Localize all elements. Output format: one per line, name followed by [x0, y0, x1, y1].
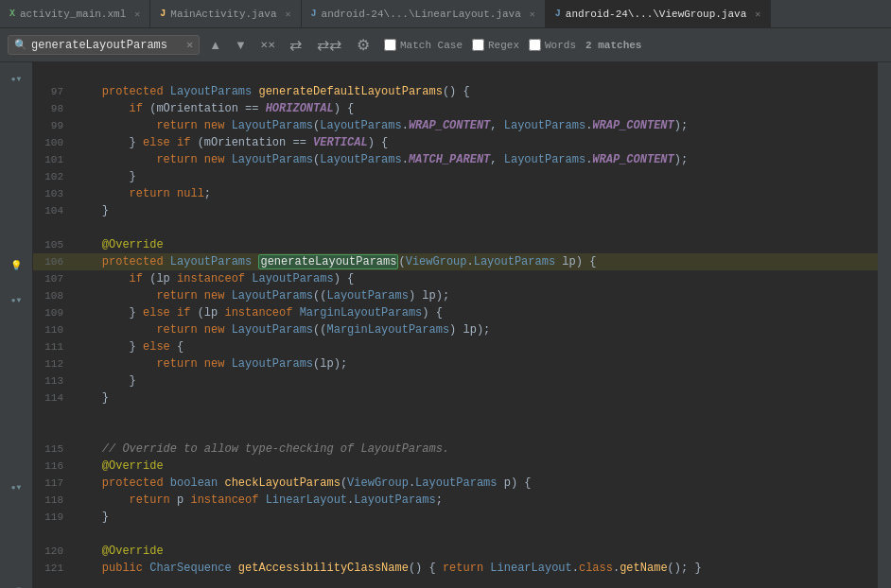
match-case-label: Match Case [400, 40, 463, 51]
main-area: ● ▼ 💡 ● ▼ ● ▼ ● ▼ [0, 62, 891, 588]
tab-linearlayout[interactable]: J android-24\...\LinearLayout.java ✕ [302, 0, 546, 27]
tab-label-activity-main: activity_main.xml [20, 9, 126, 20]
code-line-98: 98 if (mOrientation == HORIZONTAL) { [33, 100, 878, 117]
code-line-102: 102 } [33, 168, 878, 185]
search-bar: 🔍 ✕ ▲ ▼ ✕✕ ⇄ ⇄⇄ ⚙ Match Case Regex Words… [0, 28, 891, 62]
code-line-115: 115 // Override to allow type-checking o… [33, 441, 878, 458]
tab-close-viewgroup[interactable]: ✕ [755, 9, 760, 20]
close-search-button[interactable]: ✕✕ [256, 38, 279, 52]
code-line-101: 101 return new LayoutParams(LayoutParams… [33, 151, 878, 168]
code-line-106: 106 protected LayoutParams generateLayou… [33, 253, 878, 270]
gutter-icon-implement-4: ● [11, 585, 16, 589]
code-line-110: 110 return new LayoutParams((MarginLayou… [33, 321, 878, 338]
search-input-wrapper[interactable]: 🔍 ✕ [8, 35, 200, 55]
code-line-114: 114 } [33, 389, 878, 406]
gutter-icon-down[interactable]: ▼ [17, 75, 22, 83]
code-line-109: 109 } else if (lp instanceof MarginLayou… [33, 304, 878, 321]
gutter-icon-implement: ● [11, 75, 16, 83]
code-line-105: 105 @Override [33, 236, 878, 253]
gutter-row-5: ● ▼ [0, 580, 32, 588]
tab-viewgroup[interactable]: J android-24\...\ViewGroup.java ✕ [546, 0, 771, 27]
gutter-row-1: ● ▼ [0, 70, 32, 87]
code-line-112: 112 return new LayoutParams(lp); [33, 355, 878, 372]
regex-label: Regex [488, 40, 519, 51]
java-icon-1: J [160, 9, 166, 19]
java-icon-2: J [311, 9, 317, 19]
tab-bar: X activity_main.xml ✕ J MainActivity.jav… [0, 0, 891, 28]
code-line-empty-4 [33, 424, 878, 441]
code-line-113: 113 } [33, 372, 878, 389]
code-line-empty-5 [33, 526, 878, 543]
tab-label-linearlayout: android-24\...\LinearLayout.java [322, 9, 521, 20]
gutter-icon-down-3[interactable]: ▼ [17, 483, 22, 492]
gutter-row-3: ● ▼ [0, 291, 32, 308]
code-line-97: 97 protected LayoutParams generateDefaul… [33, 83, 878, 100]
search-clear-button[interactable]: ✕ [186, 38, 193, 52]
regex-checkbox[interactable] [472, 39, 484, 51]
code-line-104: 104 } [33, 202, 878, 219]
gutter-icons: ● ▼ 💡 ● ▼ ● ▼ ● ▼ [0, 62, 32, 588]
code-line-118: 118 return p instanceof LinearLayout.Lay… [33, 492, 878, 509]
next-match-button[interactable]: ▼ [231, 36, 251, 54]
xml-icon: X [9, 9, 15, 19]
gutter-icon-implement-2: ● [11, 296, 16, 304]
right-scrollbar[interactable] [878, 62, 891, 588]
search-options: Match Case Regex Words [384, 39, 576, 51]
tab-label-mainactivity: MainActivity.java [170, 9, 276, 20]
search-input[interactable] [31, 39, 183, 52]
code-line-111: 111 } else { [33, 338, 878, 355]
code-line-103: 103 return null; [33, 185, 878, 202]
gutter-icon-down-4[interactable]: ▼ [17, 585, 22, 589]
code-line-119: 119 } [33, 509, 878, 526]
left-gutter: ● ▼ 💡 ● ▼ ● ▼ ● ▼ [0, 62, 33, 588]
match-case-option[interactable]: Match Case [384, 39, 463, 51]
code-line-121: 121 public CharSequence getAccessibility… [33, 560, 878, 577]
code-line-120: 120 @Override [33, 543, 878, 560]
tab-label-viewgroup: android-24\...\ViewGroup.java [566, 9, 746, 20]
gutter-icon-implement-3: ● [11, 483, 16, 492]
search-icon: 🔍 [14, 39, 27, 51]
java-icon-3: J [555, 9, 561, 19]
gutter-row-4: ● ▼ [0, 478, 32, 495]
gutter-row-2: 💡 [0, 257, 32, 274]
regex-option[interactable]: Regex [472, 39, 519, 51]
replace-button[interactable]: ⇄ [285, 34, 306, 56]
code-line-99: 99 return new LayoutParams(LayoutParams.… [33, 117, 878, 134]
code-content: 97 protected LayoutParams generateDefaul… [33, 62, 878, 580]
code-line-108: 108 return new LayoutParams((LayoutParam… [33, 287, 878, 304]
words-label: Words [545, 40, 576, 51]
replace-all-button[interactable]: ⇄⇄ [312, 34, 346, 56]
code-line-empty-3 [33, 406, 878, 424]
code-line-107: 107 if (lp instanceof LayoutParams) { [33, 270, 878, 287]
code-line-empty-2 [33, 219, 878, 236]
code-area[interactable]: 97 protected LayoutParams generateDefaul… [33, 62, 878, 588]
code-line-100: 100 } else if (mOrientation == VERTICAL)… [33, 134, 878, 151]
gutter-bulb-icon: 💡 [10, 260, 22, 271]
match-case-checkbox[interactable] [384, 39, 396, 51]
words-checkbox[interactable] [529, 39, 541, 51]
tab-close-linearlayout[interactable]: ✕ [530, 9, 535, 20]
gutter-icon-down-2[interactable]: ▼ [17, 296, 22, 304]
tab-mainactivity[interactable]: J MainActivity.java ✕ [150, 0, 301, 27]
filter-button[interactable]: ⚙ [352, 34, 375, 56]
code-line-117: 117 protected boolean checkLayoutParams(… [33, 475, 878, 492]
matches-count: 2 matches [585, 40, 641, 51]
tab-activity-main[interactable]: X activity_main.xml ✕ [0, 0, 150, 27]
tab-close-mainactivity[interactable]: ✕ [286, 9, 291, 20]
code-line-empty-1 [33, 66, 878, 83]
words-option[interactable]: Words [529, 39, 576, 51]
code-line-116: 116 @Override [33, 458, 878, 475]
tab-close-activity-main[interactable]: ✕ [134, 9, 140, 20]
prev-match-button[interactable]: ▲ [205, 36, 225, 54]
